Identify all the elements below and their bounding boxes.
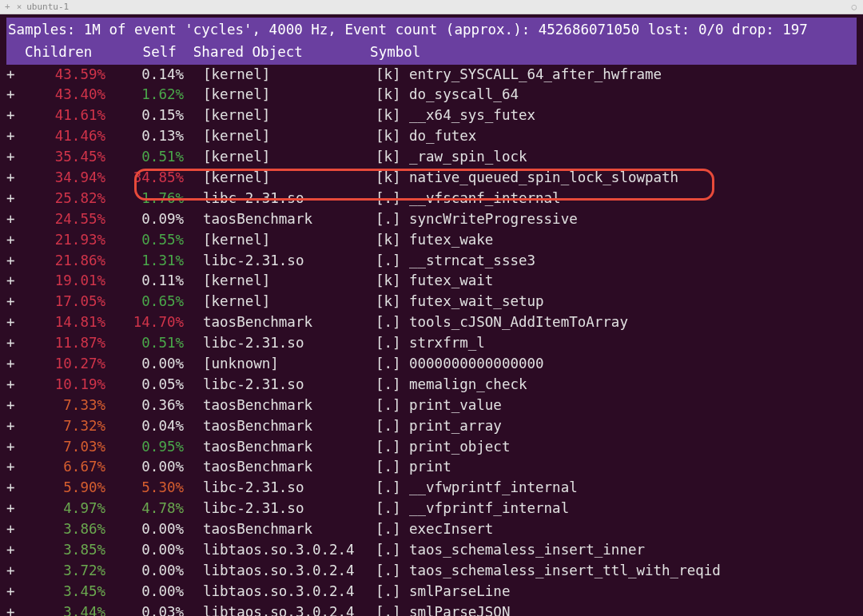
expand-icon[interactable]: + [6,292,18,312]
self-percent: 0.05% [109,375,187,395]
perf-row[interactable]: +7.32%0.04% taosBenchmark[.]print_array [6,416,857,437]
children-percent: 43.40% [18,85,109,105]
tab-title[interactable]: ubuntu-1 [26,2,69,12]
symbol-name: smlParseLine [409,582,510,602]
perf-rows-container: +43.59%0.14% [kernel][k]entry_SYSCALL_64… [6,65,857,617]
children-percent: 10.19% [18,375,109,395]
expand-icon[interactable]: + [6,437,18,458]
perf-row[interactable]: +21.93%0.55% [kernel][k]futex_wake [6,230,857,251]
perf-row[interactable]: +3.45%0.00% libtaos.so.3.0.2.4[.]smlPars… [6,582,857,602]
symbol-type: [.] [376,437,409,458]
perf-row[interactable]: +17.05%0.65% [kernel][k]futex_wait_setup [6,292,857,312]
symbol-type: [k] [376,230,409,251]
expand-icon[interactable]: + [6,416,18,437]
expand-icon[interactable]: + [6,519,18,540]
perf-row[interactable]: +19.01%0.11% [kernel][k]futex_wait [6,271,857,292]
expand-icon[interactable]: + [6,209,18,230]
perf-row[interactable]: +43.59%0.14% [kernel][k]entry_SYSCALL_64… [6,65,857,85]
symbol-type: [k] [376,292,409,312]
perf-row[interactable]: +41.61%0.15% [kernel][k]__x64_sys_futex [6,105,857,126]
expand-icon[interactable]: + [6,395,18,416]
self-percent: 0.14% [109,65,187,85]
perf-row[interactable]: +3.85%0.00% libtaos.so.3.0.2.4[.]taos_sc… [6,540,857,561]
expand-icon[interactable]: + [6,126,18,147]
perf-row[interactable]: +41.46%0.13% [kernel][k]do_futex [6,126,857,147]
shared-object: [kernel] [203,271,376,292]
perf-row[interactable]: +3.86%0.00% taosBenchmark[.]execInsert [6,519,857,540]
self-percent: 0.51% [109,147,187,168]
expand-icon[interactable]: + [6,85,18,105]
expand-icon[interactable]: + [6,105,18,126]
expand-icon[interactable]: + [6,561,18,582]
terminal-view[interactable]: Samples: 1M of event 'cycles', 4000 Hz, … [0,14,863,616]
shared-object: [kernel] [203,230,376,251]
expand-icon[interactable]: + [6,478,18,499]
symbol-type: [.] [376,416,409,437]
perf-row[interactable]: +10.19%0.05% libc-2.31.so[.]memalign_che… [6,375,857,395]
expand-icon[interactable]: + [6,271,18,292]
shared-object: taosBenchmark [203,457,376,478]
perf-row[interactable]: +34.94%34.85% [kernel][k]native_queued_s… [6,168,857,189]
expand-icon[interactable]: + [6,333,18,354]
symbol-name: tools_cJSON_AddItemToArray [409,312,628,333]
shared-object: [kernel] [203,105,376,126]
shared-object: libc-2.31.so [203,375,376,395]
symbol-type: [.] [376,251,409,272]
perf-row[interactable]: +6.67%0.00% taosBenchmark[.]print [6,457,857,478]
shared-object: libc-2.31.so [203,189,376,209]
symbol-type: [.] [376,375,409,395]
perf-row[interactable]: +3.72%0.00% libtaos.so.3.0.2.4[.]taos_sc… [6,561,857,582]
children-percent: 21.86% [18,251,109,272]
symbol-type: [.] [376,312,409,333]
expand-icon[interactable]: + [6,540,18,561]
perf-row[interactable]: +3.44%0.03% libtaos.so.3.0.2.4[.]smlPars… [6,602,857,616]
perf-row[interactable]: +21.86%1.31% libc-2.31.so[.]__strncat_ss… [6,251,857,272]
perf-row[interactable]: +35.45%0.51% [kernel][k]_raw_spin_lock [6,147,857,168]
perf-row[interactable]: +24.55%0.09% taosBenchmark[.]syncWritePr… [6,209,857,230]
symbol-name: futex_wait [409,271,493,292]
expand-icon[interactable]: + [6,168,18,189]
perf-row[interactable]: +5.90%5.30% libc-2.31.so[.]__vfwprintf_i… [6,478,857,499]
perf-row[interactable]: +7.33%0.36% taosBenchmark[.]print_value [6,395,857,416]
window-menu-icon[interactable]: ○ [851,2,857,12]
shared-object: [unknown] [203,354,376,375]
perf-row[interactable]: +7.03%0.95% taosBenchmark[.]print_object [6,437,857,458]
expand-icon[interactable]: + [6,230,18,251]
children-percent: 4.97% [18,499,109,519]
perf-row[interactable]: +14.81%14.70% taosBenchmark[.]tools_cJSO… [6,312,857,333]
perf-row[interactable]: +25.82%1.76% libc-2.31.so[.]__vfscanf_in… [6,189,857,209]
perf-row[interactable]: +4.97%4.78% libc-2.31.so[.]__vfprintf_in… [6,499,857,519]
expand-icon[interactable]: + [6,189,18,209]
perf-row[interactable]: +10.27%0.00% [unknown][.]000000000000000… [6,354,857,375]
symbol-type: [.] [376,189,409,209]
symbol-name: futex_wake [409,230,493,251]
expand-icon[interactable]: + [6,354,18,375]
expand-icon[interactable]: + [6,65,18,85]
symbol-name: print [409,457,451,478]
self-percent: 0.00% [109,519,187,540]
expand-icon[interactable]: + [6,147,18,168]
perf-row[interactable]: +43.40%1.62% [kernel][k]do_syscall_64 [6,85,857,105]
children-percent: 5.90% [18,478,109,499]
self-percent: 34.85% [109,168,187,189]
shared-object: [kernel] [203,85,376,105]
children-percent: 7.32% [18,416,109,437]
children-percent: 24.55% [18,209,109,230]
symbol-name: smlParseJSON [409,602,510,616]
expand-icon[interactable]: + [6,375,18,395]
expand-icon[interactable]: + [6,457,18,478]
expand-icon[interactable]: + [6,312,18,333]
children-percent: 11.87% [18,333,109,354]
symbol-name: execInsert [409,519,493,540]
tab-close-icon[interactable]: × [17,2,22,12]
expand-icon[interactable]: + [6,582,18,602]
perf-row[interactable]: +11.87%0.51% libc-2.31.so[.]strxfrm_l [6,333,857,354]
tab-add-icon[interactable]: + [5,2,10,12]
symbol-name: memalign_check [409,375,527,395]
expand-icon[interactable]: + [6,602,18,616]
children-percent: 34.94% [18,168,109,189]
symbol-name: taos_schemaless_insert_inner [409,540,645,561]
symbol-type: [.] [376,395,409,416]
expand-icon[interactable]: + [6,251,18,272]
expand-icon[interactable]: + [6,499,18,519]
